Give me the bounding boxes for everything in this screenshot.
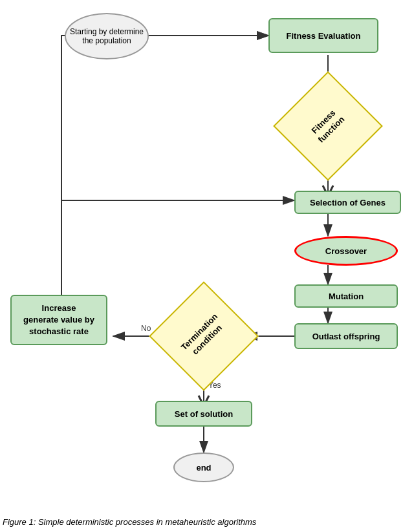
svg-text:No: No [141, 324, 151, 333]
increase-label: Increase generate value by stochastic ra… [23, 303, 94, 338]
figure-caption: Figure 1: Simple deterministic processes… [0, 517, 414, 527]
fitness-fn-text: Fitness function [311, 115, 344, 137]
fitness-eval-node: Fitness Evaluation [268, 18, 378, 53]
mutation-node: Mutation [294, 284, 398, 308]
end-node: end [173, 452, 234, 482]
start-node: Starting by determine the population [65, 13, 149, 59]
selection-node: Selection of Genes [294, 191, 401, 214]
termination-wrapper: Termination condition [165, 297, 243, 375]
outlast-node: Outlast offspring [294, 323, 398, 349]
end-label: end [196, 463, 211, 473]
set-solution-node: Set of solution [155, 401, 252, 427]
fitness-fn-wrapper: Fitness function [289, 87, 367, 165]
selection-label: Selection of Genes [310, 198, 386, 207]
start-label: Starting by determine the population [70, 27, 144, 45]
outlast-label: Outlast offspring [312, 332, 380, 341]
increase-node: Increase generate value by stochastic ra… [10, 295, 107, 345]
crossover-node: Crossover [294, 236, 398, 266]
termination-text: Termination condition [180, 325, 227, 347]
crossover-label: Crossover [325, 246, 367, 256]
mutation-label: Mutation [329, 292, 364, 301]
fitness-eval-label: Fitness Evaluation [287, 31, 361, 41]
set-solution-label: Set of solution [175, 409, 233, 419]
